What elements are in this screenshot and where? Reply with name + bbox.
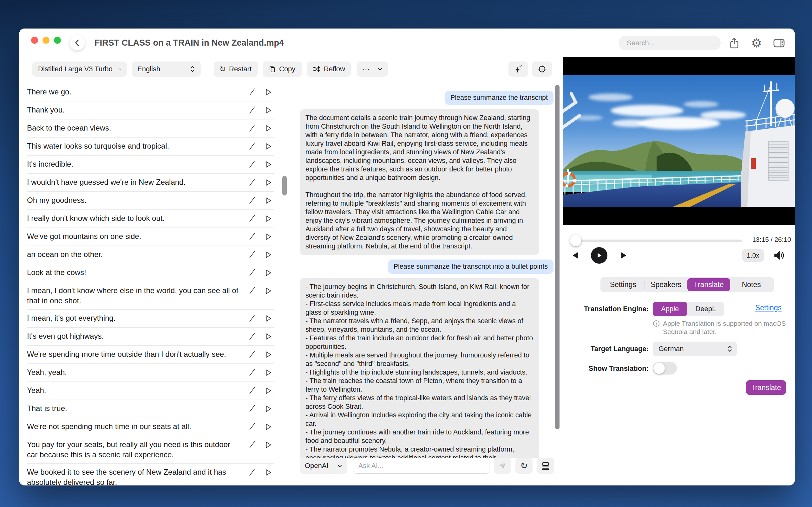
edit-segment-button[interactable] [247, 385, 258, 396]
video-progress-thumb[interactable] [570, 235, 581, 246]
transcript-segment-text[interactable]: I really don't know which side to look o… [27, 213, 247, 223]
transcript-segment-text[interactable]: Look at the cows! [27, 268, 247, 278]
edit-segment-button[interactable] [247, 231, 258, 242]
copy-button[interactable]: Copy [263, 61, 302, 77]
zoom-window-button[interactable] [54, 37, 61, 44]
play-segment-button[interactable] [262, 249, 274, 260]
play-segment-button[interactable] [262, 177, 274, 188]
edit-segment-button[interactable] [247, 249, 258, 260]
ask-ai-input[interactable] [353, 458, 490, 474]
play-segment-button[interactable] [262, 385, 274, 396]
edit-segment-button[interactable] [247, 421, 258, 432]
transcript-segment-text[interactable]: It's even got highways. [27, 331, 247, 341]
ai-assistant-button[interactable] [508, 61, 528, 77]
edit-segment-button[interactable] [247, 285, 258, 296]
ai-provider-selector[interactable]: OpenAI [300, 458, 347, 474]
reflow-button[interactable]: Reflow [307, 61, 351, 77]
play-segment-button[interactable] [262, 105, 274, 116]
language-selector[interactable]: English [132, 61, 201, 77]
transcript-segment-text[interactable]: Back to the ocean views. [27, 123, 247, 133]
transcript-segment-text[interactable]: There we go. [27, 87, 247, 97]
engine-deepl-button[interactable]: DeepL [687, 302, 724, 316]
minimize-window-button[interactable] [43, 37, 49, 44]
video-player[interactable] [563, 57, 795, 225]
close-window-button[interactable] [31, 37, 38, 44]
edit-segment-button[interactable] [247, 440, 258, 450]
transcript-scrollbar-thumb[interactable] [282, 176, 287, 195]
restart-button[interactable]: ↻ Restart [214, 61, 258, 77]
play-segment-button[interactable] [262, 331, 274, 342]
skip-forward-button[interactable] [618, 250, 629, 261]
play-segment-button[interactable] [262, 403, 274, 414]
play-segment-button[interactable] [262, 440, 274, 450]
edit-segment-button[interactable] [247, 141, 258, 152]
transcript-segment-text[interactable]: Yeah. [27, 385, 247, 395]
edit-segment-button[interactable] [247, 195, 258, 206]
edit-segment-button[interactable] [247, 367, 258, 378]
model-selector[interactable]: Distilled Large V3 Turbo [32, 61, 127, 77]
play-segment-button[interactable] [262, 313, 274, 324]
toggle-sidebar-button[interactable] [772, 36, 786, 50]
chat-scrollbar-thumb[interactable] [555, 85, 560, 429]
play-segment-button[interactable] [262, 213, 274, 224]
play-segment-button[interactable] [262, 141, 274, 152]
skip-back-button[interactable] [569, 250, 581, 261]
play-segment-button[interactable] [262, 285, 274, 296]
transcript-segment-text[interactable]: Thank you. [27, 105, 247, 115]
transcript-segment-text[interactable]: You pay for your seats, but really all y… [27, 440, 247, 460]
edit-segment-button[interactable] [247, 313, 258, 324]
back-button[interactable] [70, 35, 85, 50]
share-button[interactable] [727, 36, 741, 50]
transcript-segment-text[interactable]: We're not spending much time in our seat… [27, 421, 247, 432]
transcript-segment-text[interactable]: an ocean on the other. [27, 249, 247, 260]
transcript-segment-text[interactable]: We're spending more time outside than I … [27, 349, 247, 359]
more-options-button[interactable]: ··· [357, 61, 388, 77]
transcript-segment-text[interactable]: This water looks so turquoise and tropic… [27, 141, 247, 151]
transcript-segment-text[interactable]: I mean, I don't know where else in the w… [27, 285, 247, 306]
edit-segment-button[interactable] [247, 403, 258, 414]
locate-current-segment-button[interactable] [532, 61, 552, 77]
play-pause-button[interactable] [591, 247, 607, 264]
regenerate-button[interactable]: ↻ [515, 458, 532, 474]
transcript-segment-text[interactable]: Oh my goodness. [27, 195, 247, 205]
transcript-segment-text[interactable]: I mean, it's got everything. [27, 313, 247, 323]
edit-segment-button[interactable] [247, 349, 258, 360]
edit-segment-button[interactable] [247, 105, 258, 116]
play-segment-button[interactable] [262, 467, 274, 478]
tab-speakers[interactable]: Speakers [645, 278, 688, 291]
tab-notes[interactable]: Notes [730, 278, 773, 291]
transcript-segment-text[interactable]: We've got mountains on one side. [27, 231, 247, 241]
play-segment-button[interactable] [262, 349, 274, 360]
edit-segment-button[interactable] [247, 177, 258, 188]
transcript-segment-text[interactable]: That is true. [27, 403, 247, 413]
play-segment-button[interactable] [262, 268, 274, 278]
search-input[interactable] [618, 36, 721, 50]
tab-settings[interactable]: Settings [602, 278, 645, 291]
play-segment-button[interactable] [262, 421, 274, 432]
settings-gear-button[interactable]: ⚙ [750, 36, 763, 50]
play-segment-button[interactable] [262, 159, 274, 170]
edit-segment-button[interactable] [247, 87, 258, 98]
translate-button[interactable]: Translate [746, 380, 786, 395]
play-segment-button[interactable] [262, 195, 274, 206]
engine-settings-link[interactable]: Settings [755, 303, 781, 312]
transcript-segment-text[interactable]: I wouldn't have guessed we're in New Zea… [27, 177, 247, 187]
edit-segment-button[interactable] [247, 123, 258, 134]
tab-translate[interactable]: Translate [687, 278, 730, 291]
edit-segment-button[interactable] [247, 467, 258, 478]
transcript-segment-text[interactable]: Yeah, yeah. [27, 367, 247, 377]
edit-segment-button[interactable] [247, 268, 258, 278]
summary-view-button[interactable] [537, 458, 554, 474]
send-button[interactable] [494, 458, 511, 474]
video-progress-track[interactable] [571, 239, 742, 242]
play-segment-button[interactable] [262, 123, 274, 134]
target-language-select[interactable]: German [653, 342, 737, 356]
volume-button[interactable] [771, 248, 786, 263]
edit-segment-button[interactable] [247, 159, 258, 170]
play-segment-button[interactable] [262, 367, 274, 378]
engine-apple-button[interactable]: Apple [653, 302, 687, 316]
show-translation-toggle[interactable] [653, 362, 677, 375]
play-segment-button[interactable] [262, 87, 274, 98]
transcript-segment-text[interactable]: We booked it to see the scenery of New Z… [27, 467, 247, 486]
playback-speed-button[interactable]: 1.0x [742, 249, 764, 262]
